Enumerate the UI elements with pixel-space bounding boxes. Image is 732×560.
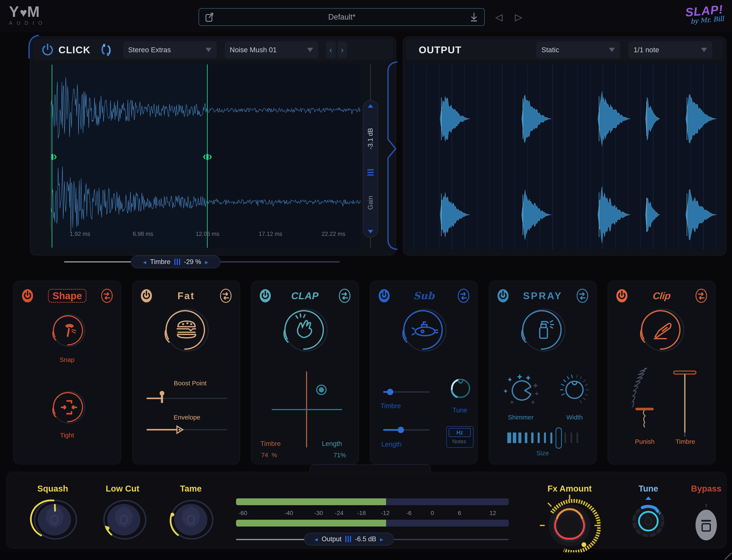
click-sample-dropdown[interactable]: Noise Mush 01 xyxy=(225,42,318,58)
output-waveform xyxy=(408,64,722,250)
sub-swap-button[interactable] xyxy=(457,289,470,303)
time-label: 1.92 ms xyxy=(70,231,90,237)
sub-tune-label: Tune xyxy=(453,406,467,414)
fat-knob[interactable] xyxy=(158,306,214,355)
fx-tune-knob[interactable] xyxy=(629,493,668,543)
sub-length-slider[interactable] xyxy=(382,424,431,436)
preset-name[interactable]: Default* xyxy=(214,13,469,22)
lowcut-knob[interactable] xyxy=(98,497,149,544)
clap-power-button[interactable] xyxy=(259,289,271,303)
click-timbre-slider[interactable]: ◂ Timbre -29 % ▸ xyxy=(131,255,220,268)
squash-knob[interactable] xyxy=(29,497,80,544)
start-marker-handle[interactable] xyxy=(51,153,57,161)
fat-swap-button[interactable] xyxy=(219,289,232,303)
output-track-left[interactable] xyxy=(236,539,305,540)
click-category-dropdown[interactable]: Stereo Extras xyxy=(123,42,217,58)
spray-title: SPRAY xyxy=(523,290,562,302)
preset-next-button[interactable]: ▷ xyxy=(514,11,523,23)
toggle-hz-option[interactable]: Hz xyxy=(449,428,471,437)
clap-swap-button[interactable] xyxy=(338,289,351,303)
sub-knob[interactable] xyxy=(396,306,452,355)
preset-bar[interactable]: Default* xyxy=(198,8,485,26)
lowcut-label: Low Cut xyxy=(106,484,139,493)
decrement-icon[interactable]: ◂ xyxy=(143,258,146,266)
pacman-sparkle-icon xyxy=(504,374,539,404)
click-timbre-grip[interactable] xyxy=(174,259,180,265)
bypass-button[interactable] xyxy=(692,498,720,545)
shape-power-button[interactable] xyxy=(21,289,34,303)
boost-point-slider[interactable] xyxy=(145,390,228,405)
gain-up-icon[interactable] xyxy=(368,104,373,108)
punish-handle[interactable] xyxy=(635,408,654,410)
sub-tune-knob[interactable] xyxy=(447,374,475,402)
plugin-window: Y♥M AUDIO Default* ◁ ▷ SLAP! by Mr. Bill xyxy=(0,0,732,560)
clip-power-button[interactable] xyxy=(616,289,628,303)
gain-grip[interactable] xyxy=(367,169,374,176)
spray-knob[interactable] xyxy=(515,306,571,355)
snap-knob[interactable] xyxy=(47,312,89,350)
clip-timbre-slider[interactable] xyxy=(670,366,700,443)
module-clip: Clip Punish xyxy=(608,281,716,464)
shape-title: Shape xyxy=(48,289,86,303)
clap-knob[interactable] xyxy=(277,306,333,355)
sub-title: Sub xyxy=(414,290,435,302)
tame-label: Tame xyxy=(180,484,202,493)
output-rate-dropdown[interactable]: 1/1 note xyxy=(629,42,712,58)
timbre-track-left[interactable] xyxy=(64,261,131,263)
time-label: 12.06 ms xyxy=(196,231,219,237)
output-slider-label: Output xyxy=(321,535,341,543)
tight-knob[interactable] xyxy=(47,389,89,427)
decrement-icon[interactable]: ◂ xyxy=(314,535,318,543)
clip-timbre-handle[interactable] xyxy=(674,371,696,374)
fx-tune-label: Tune xyxy=(639,484,658,493)
width-label: Width xyxy=(566,414,583,421)
spray-swap-button[interactable] xyxy=(576,289,589,303)
sample-next-button[interactable]: › xyxy=(337,42,347,58)
increment-icon[interactable]: ▸ xyxy=(205,258,208,266)
sub-timbre-slider[interactable] xyxy=(382,386,431,398)
shimmer-knob[interactable] xyxy=(501,370,544,409)
bottom-bar: Squash Low Cut Tame xyxy=(6,472,726,548)
xy-horizontal-axis xyxy=(272,409,342,410)
sample-prev-button[interactable]: ‹ xyxy=(326,42,336,58)
gain-label: Gain xyxy=(367,196,374,210)
module-clap: CLAP Timbre xyxy=(251,281,359,464)
clip-swap-button[interactable] xyxy=(695,289,707,303)
hammer-icon xyxy=(65,324,76,336)
width-knob[interactable] xyxy=(555,370,594,409)
top-bar: Y♥M AUDIO Default* ◁ ▷ SLAP! by Mr. Bill xyxy=(0,0,732,32)
resize-handle[interactable] xyxy=(723,553,732,560)
toggle-notes-option[interactable]: Notes xyxy=(449,437,470,445)
converge-arrows-icon xyxy=(61,401,77,414)
share-icon[interactable] xyxy=(205,12,214,23)
split-marker-handle[interactable] xyxy=(203,153,212,161)
fx-amount-label: Fx Amount xyxy=(547,484,592,493)
gain-down-icon[interactable] xyxy=(368,230,373,233)
click-waveform[interactable]: 1.92 ms 6.98 ms 12.06 ms 17.12 ms 22.22 … xyxy=(51,64,361,248)
click-swap-icon[interactable] xyxy=(99,42,113,58)
xy-pad-handle[interactable] xyxy=(315,384,327,396)
sub-unit-toggle[interactable]: Hz Notes xyxy=(446,426,474,448)
fx-amount-knob[interactable] xyxy=(539,493,601,557)
envelope-slider[interactable] xyxy=(145,424,228,435)
preset-prev-button[interactable]: ◁ xyxy=(495,11,503,23)
download-icon[interactable] xyxy=(469,12,479,23)
tame-knob[interactable] xyxy=(165,497,216,544)
output-slider-value: -6.5 dB xyxy=(355,535,376,543)
output-gain-slider[interactable]: ◂ Output -6.5 dB ▸ xyxy=(304,533,394,545)
gain-slider[interactable]: -3.1 dB Gain xyxy=(363,100,378,238)
size-handle[interactable] xyxy=(556,428,562,448)
timbre-track-right[interactable] xyxy=(220,261,340,263)
fat-power-button[interactable] xyxy=(140,289,153,303)
increment-icon[interactable]: ▸ xyxy=(380,535,383,543)
clip-knob[interactable] xyxy=(634,306,689,355)
size-label: Size xyxy=(537,450,549,457)
sub-power-button[interactable] xyxy=(378,289,390,303)
spray-power-button[interactable] xyxy=(497,289,509,303)
punish-slider[interactable] xyxy=(629,366,659,443)
shape-swap-button[interactable] xyxy=(101,289,113,303)
output-panel: OUTPUT Static 1/1 note xyxy=(403,37,726,255)
output-track-right[interactable] xyxy=(393,539,509,540)
output-slider-grip[interactable] xyxy=(345,536,351,542)
output-mode-dropdown[interactable]: Static xyxy=(536,42,620,58)
